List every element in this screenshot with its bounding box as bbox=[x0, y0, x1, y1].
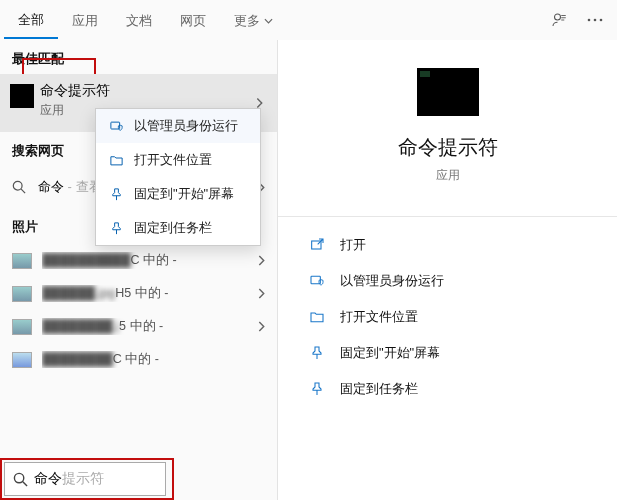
tab-docs[interactable]: 文档 bbox=[112, 2, 166, 38]
search-input[interactable]: 命令提示符 bbox=[4, 462, 166, 496]
app-icon bbox=[10, 84, 34, 108]
action-label: 以管理员身份运行 bbox=[340, 272, 444, 290]
tab-all[interactable]: 全部 bbox=[4, 1, 58, 39]
action-label: 打开文件位置 bbox=[340, 308, 418, 326]
filter-tabs: 全部 应用 文档 网页 更多 bbox=[0, 0, 617, 40]
action-label: 固定到任务栏 bbox=[340, 380, 418, 398]
chevron-right-icon bbox=[258, 288, 265, 299]
svg-point-9 bbox=[14, 473, 23, 482]
feedback-icon[interactable] bbox=[541, 2, 577, 38]
ctx-open-location[interactable]: 打开文件位置 bbox=[96, 143, 260, 177]
action-pin-start[interactable]: 固定到"开始"屏幕 bbox=[304, 335, 591, 371]
detail-app-icon bbox=[417, 68, 479, 116]
chevron-down-icon bbox=[264, 18, 273, 24]
context-menu: 以管理员身份运行 打开文件位置 固定到"开始"屏幕 bbox=[95, 108, 261, 246]
svg-point-4 bbox=[13, 181, 22, 190]
shield-admin-icon bbox=[108, 118, 124, 134]
photo-result-item[interactable]: ██████████C 中的 - bbox=[0, 244, 277, 277]
photo-thumb-icon bbox=[12, 352, 32, 368]
photo-thumb-icon bbox=[12, 319, 32, 335]
svg-line-10 bbox=[23, 481, 27, 485]
search-icon bbox=[12, 180, 30, 194]
photo-result-item[interactable]: ██████.jpgH5 中的 - bbox=[0, 277, 277, 310]
pin-icon bbox=[108, 220, 124, 236]
ctx-item-label: 打开文件位置 bbox=[134, 151, 212, 169]
tab-web[interactable]: 网页 bbox=[166, 2, 220, 38]
chevron-right-icon bbox=[258, 321, 265, 332]
photo-thumb-icon bbox=[12, 253, 32, 269]
action-label: 打开 bbox=[340, 236, 366, 254]
search-icon bbox=[13, 472, 28, 487]
ctx-item-label: 以管理员身份运行 bbox=[134, 117, 238, 135]
photo-result-item[interactable]: ████████.j5 中的 - bbox=[0, 310, 277, 343]
shield-admin-icon bbox=[308, 272, 326, 290]
tab-apps[interactable]: 应用 bbox=[58, 2, 112, 38]
ctx-run-as-admin[interactable]: 以管理员身份运行 bbox=[96, 109, 260, 143]
tab-more[interactable]: 更多 bbox=[220, 2, 287, 38]
svg-point-1 bbox=[588, 19, 591, 22]
detail-subtitle: 应用 bbox=[436, 167, 460, 184]
pin-icon bbox=[308, 344, 326, 362]
photo-thumb-icon bbox=[12, 286, 32, 302]
separator bbox=[278, 216, 617, 217]
open-icon bbox=[308, 236, 326, 254]
detail-title: 命令提示符 bbox=[398, 134, 498, 161]
folder-icon bbox=[108, 152, 124, 168]
ctx-item-label: 固定到"开始"屏幕 bbox=[134, 185, 234, 203]
svg-line-5 bbox=[21, 189, 25, 193]
action-open[interactable]: 打开 bbox=[304, 227, 591, 263]
ctx-item-label: 固定到任务栏 bbox=[134, 219, 212, 237]
action-pin-taskbar[interactable]: 固定到任务栏 bbox=[304, 371, 591, 407]
photo-label: ████████.j5 中的 - bbox=[42, 318, 258, 335]
best-match-title: 命令提示符 bbox=[40, 82, 265, 100]
photo-label: ████████C 中的 - bbox=[42, 351, 265, 368]
photo-result-item[interactable]: ████████C 中的 - bbox=[0, 343, 277, 376]
tab-more-label: 更多 bbox=[234, 12, 260, 30]
svg-point-2 bbox=[594, 19, 597, 22]
svg-point-3 bbox=[600, 19, 603, 22]
pin-icon bbox=[308, 380, 326, 398]
folder-icon bbox=[308, 308, 326, 326]
search-typed-text: 命令 bbox=[34, 470, 62, 488]
pin-icon bbox=[108, 186, 124, 202]
more-options-icon[interactable] bbox=[577, 2, 613, 38]
chevron-right-icon bbox=[258, 255, 265, 266]
action-open-location[interactable]: 打开文件位置 bbox=[304, 299, 591, 335]
photo-label: ██████████C 中的 - bbox=[42, 252, 258, 269]
svg-point-0 bbox=[555, 14, 561, 20]
photo-label: ██████.jpgH5 中的 - bbox=[42, 285, 258, 302]
action-run-as-admin[interactable]: 以管理员身份运行 bbox=[304, 263, 591, 299]
ctx-pin-start[interactable]: 固定到"开始"屏幕 bbox=[96, 177, 260, 211]
chevron-right-icon bbox=[256, 98, 263, 109]
search-ghost-text: 提示符 bbox=[62, 470, 104, 488]
ctx-pin-taskbar[interactable]: 固定到任务栏 bbox=[96, 211, 260, 245]
action-label: 固定到"开始"屏幕 bbox=[340, 344, 440, 362]
best-match-header: 最佳匹配 bbox=[0, 40, 277, 74]
detail-panel: 命令提示符 应用 打开 以管理员身份运行 打开文件位置 bbox=[277, 40, 617, 500]
